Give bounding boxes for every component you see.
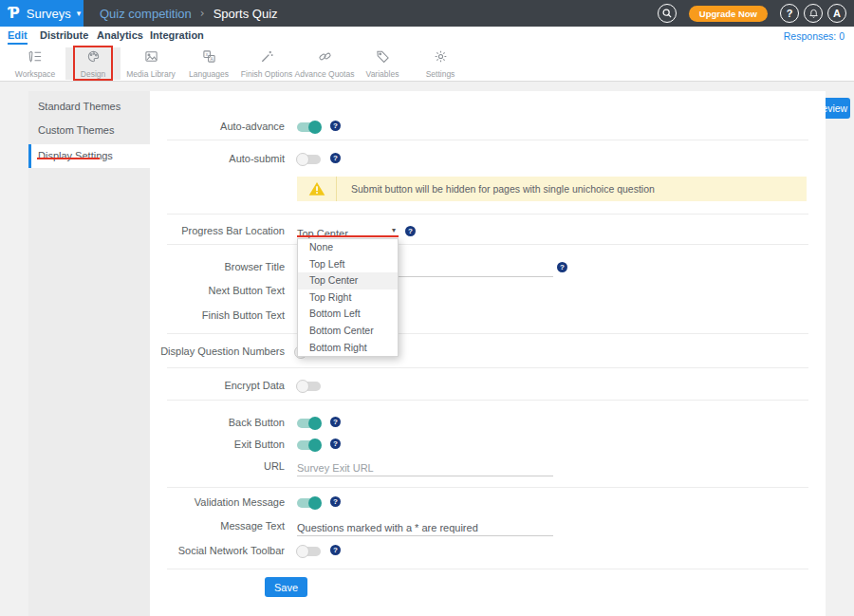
toolbar-label: Finish Options <box>241 69 292 79</box>
warning-triangle-icon <box>297 177 337 201</box>
responses-count[interactable]: Responses: 0 <box>784 30 845 42</box>
section-divider <box>167 214 808 215</box>
next-button-text-label: Next Button Text <box>76 285 285 296</box>
display-question-numbers-label: Display Question Numbers <box>76 345 285 357</box>
menu-option-bottom-left[interactable]: Bottom Left <box>298 306 398 323</box>
browser-title-help-icon[interactable]: ? <box>557 262 567 272</box>
toolbar-languages-button[interactable]: xA Languages <box>181 47 236 80</box>
tab-distribute[interactable]: Distribute <box>40 29 88 41</box>
menu-option-top-left[interactable]: Top Left <box>298 256 398 273</box>
sidebar-item-standard-themes[interactable]: Standard Themes <box>28 95 150 119</box>
menu-option-bottom-center[interactable]: Bottom Center <box>298 323 398 340</box>
section-divider <box>167 569 808 569</box>
exit-url-label: URL <box>76 460 285 472</box>
search-icon[interactable] <box>658 4 677 23</box>
section-divider <box>167 487 808 488</box>
translate-icon: xA <box>202 49 216 67</box>
auto-submit-toggle[interactable] <box>297 155 321 164</box>
tag-icon <box>376 49 390 67</box>
section-divider <box>167 244 808 245</box>
back-button-help-icon[interactable]: ? <box>330 417 341 427</box>
toolbar-label: Media Library <box>126 69 176 79</box>
toolbar-label: Advance Quotas <box>295 69 355 79</box>
toolbar-label: Settings <box>426 69 455 79</box>
magic-wand-icon <box>260 49 274 67</box>
section-divider <box>167 333 808 334</box>
auto-advance-toggle[interactable] <box>297 122 321 132</box>
chevron-down-icon: ▾ <box>77 9 82 18</box>
message-text-label: Message Text <box>76 520 285 532</box>
product-name: Surveys <box>27 7 71 21</box>
chain-link-icon <box>318 49 332 67</box>
toggle-knob <box>308 417 322 430</box>
toolbar-label: Design <box>81 69 105 79</box>
breadcrumb-separator-icon: › <box>200 7 205 20</box>
social-network-toolbar-label: Social Network Toolbar <box>76 545 285 556</box>
toolbar-media-library-button[interactable]: Media Library <box>123 47 178 80</box>
auto-advance-help-icon[interactable]: ? <box>330 121 341 131</box>
top-header: Ƥ Surveys ▾ Quiz competition › Sports Qu… <box>0 0 854 27</box>
social-network-toolbar-help-icon[interactable]: ? <box>330 545 341 555</box>
workspace-icon <box>28 49 43 67</box>
exit-button-label: Exit Button <box>76 439 285 450</box>
avatar[interactable]: A <box>827 4 846 23</box>
progress-bar-help-icon[interactable]: ? <box>405 226 416 236</box>
breadcrumb: Quiz competition › Sports Quiz <box>100 0 278 27</box>
questionpro-logo-icon: Ƥ <box>9 5 20 22</box>
surveys-menu[interactable]: Ƥ Surveys ▾ <box>0 0 84 27</box>
palette-icon <box>86 49 101 67</box>
svg-text:A: A <box>210 56 214 61</box>
upgrade-button[interactable]: Upgrade Now <box>689 6 768 22</box>
auto-submit-warning: Submit button will be hidden for pages w… <box>297 177 807 201</box>
toolbar-label: Languages <box>189 69 229 79</box>
section-divider <box>167 367 808 368</box>
message-text-input[interactable] <box>297 519 553 536</box>
progress-bar-location-label: Progress Bar Location <box>76 225 285 236</box>
toggle-knob <box>296 380 309 393</box>
toggle-knob <box>308 439 322 452</box>
warning-text: Submit button will be hidden for pages w… <box>337 183 655 195</box>
toolbar-finish-options-button[interactable]: Finish Options <box>239 47 294 80</box>
tab-integration[interactable]: Integration <box>150 29 204 41</box>
exit-url-input[interactable] <box>297 459 553 476</box>
section-divider <box>167 400 808 401</box>
auto-advance-label: Auto-advance <box>76 121 285 132</box>
browser-title-label: Browser Title <box>76 261 285 272</box>
save-button[interactable]: Save <box>265 577 307 597</box>
toolbar-advance-quotas-button[interactable]: Advance Quotas <box>297 47 352 80</box>
auto-submit-help-icon[interactable]: ? <box>330 153 341 163</box>
header-actions: Upgrade Now ? A <box>658 0 846 27</box>
social-network-toolbar-toggle[interactable] <box>297 547 321 556</box>
back-button-label: Back Button <box>76 417 285 428</box>
menu-option-top-center[interactable]: Top Center <box>298 272 398 289</box>
toggle-knob <box>296 153 309 166</box>
survey-subnav: Edit Distribute Analytics Integration Re… <box>0 27 854 46</box>
validation-message-toggle[interactable] <box>297 498 321 508</box>
auto-submit-label: Auto-submit <box>76 153 285 164</box>
toolbar-design-button[interactable]: Design <box>65 47 121 80</box>
help-icon[interactable]: ? <box>780 4 799 23</box>
toolbar-workspace-button[interactable]: Workspace <box>8 47 63 80</box>
toolbar-variables-button[interactable]: Variables <box>355 47 410 80</box>
menu-option-top-right[interactable]: Top Right <box>298 289 398 307</box>
validation-message-label: Validation Message <box>76 496 285 508</box>
validation-message-help-icon[interactable]: ? <box>330 496 341 507</box>
breadcrumb-parent[interactable]: Quiz competition <box>100 7 192 21</box>
exit-button-toggle[interactable] <box>297 440 321 450</box>
toolbar-settings-button[interactable]: Settings <box>413 47 468 80</box>
menu-option-bottom-right[interactable]: Bottom Right <box>298 340 398 357</box>
breadcrumb-current: Sports Quiz <box>214 7 278 21</box>
notifications-bell-icon[interactable] <box>804 4 823 23</box>
chevron-down-icon: ▾ <box>392 226 396 234</box>
tab-analytics[interactable]: Analytics <box>97 29 143 41</box>
toggle-knob <box>296 545 309 558</box>
encrypt-data-label: Encrypt Data <box>76 380 285 391</box>
encrypt-data-toggle[interactable] <box>297 382 321 391</box>
toolbar-label: Workspace <box>15 69 55 79</box>
exit-button-help-icon[interactable]: ? <box>330 439 341 449</box>
toggle-knob <box>308 121 322 134</box>
back-button-toggle[interactable] <box>297 419 321 428</box>
menu-option-none[interactable]: None <box>298 239 398 256</box>
tab-edit[interactable]: Edit <box>8 29 28 45</box>
gear-icon <box>434 49 448 67</box>
